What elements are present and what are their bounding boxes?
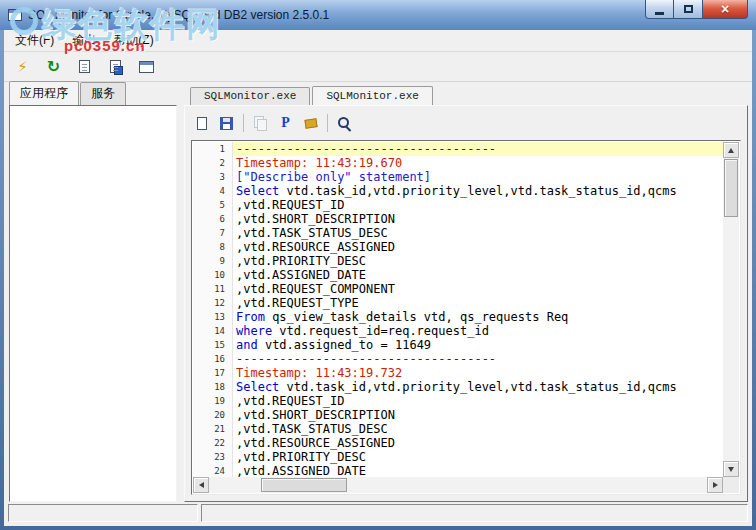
editor-line: 20,vtd.SHORT_DESCRIPTION: [193, 408, 723, 422]
editor-line: 18Select vtd.task_id,vtd.priority_level,…: [193, 380, 723, 394]
menubar: 文件(F)输出帮助(Z): [4, 30, 752, 52]
line-number: 5: [193, 198, 233, 212]
find-button[interactable]: [333, 113, 356, 134]
line-number: 12: [193, 296, 233, 310]
line-number: 15: [193, 338, 233, 352]
scroll-left-button[interactable]: [193, 477, 209, 493]
copy-button[interactable]: [249, 113, 272, 134]
refresh-icon: ↻: [47, 57, 60, 76]
start-monitor-button[interactable]: ⚡: [10, 56, 35, 78]
status-cell-right: [201, 504, 748, 522]
app-icon: [8, 9, 22, 21]
session-tab-0[interactable]: SQLMonitor.exe: [190, 87, 310, 105]
p-icon: P: [281, 115, 290, 131]
line-text: ,vtd.REQUEST_ID: [233, 394, 723, 408]
line-text: and vtd.assigned_to = 11649: [233, 338, 723, 352]
line-text: ,vtd.RESOURCE_ASSIGNED: [233, 240, 723, 254]
arrow-down-icon: [728, 467, 734, 472]
left-tab-0[interactable]: 应用程序: [9, 81, 79, 105]
titlebar[interactable]: SQL Monitor for Oracle, MySQL and DB2 ve…: [0, 0, 756, 30]
line-number: 6: [193, 212, 233, 226]
line-text: ------------------------------------: [233, 352, 723, 366]
close-button[interactable]: ×: [702, 0, 748, 19]
editor-line: 23,vtd.PRIORITY_DESC: [193, 450, 723, 464]
scroll-right-button[interactable]: [707, 477, 723, 493]
main-toolbar: ⚡↻: [4, 52, 752, 82]
editor-line: 1------------------------------------: [193, 142, 723, 156]
arrow-right-icon: [713, 482, 718, 488]
new-button[interactable]: [190, 113, 213, 134]
document-save-icon: [110, 60, 121, 73]
line-text: ,vtd.RESOURCE_ASSIGNED: [233, 436, 723, 450]
client-area: 文件(F)输出帮助(Z) ⚡↻ 应用程序服务 SQLMonitor.exeSQL…: [4, 30, 752, 526]
minimize-button[interactable]: [645, 0, 674, 19]
horizontal-scroll-thumb[interactable]: [261, 478, 347, 492]
export-log-button[interactable]: [103, 56, 128, 78]
open-log-button[interactable]: [72, 56, 97, 78]
left-tab-1[interactable]: 服务: [80, 82, 126, 105]
copy-icon: [254, 116, 267, 130]
editor-line: 4Select vtd.task_id,vtd.priority_level,v…: [193, 184, 723, 198]
line-text: ,vtd.PRIORITY_DESC: [233, 450, 723, 464]
editor-line: 15and vtd.assigned_to = 11649: [193, 338, 723, 352]
line-number: 4: [193, 184, 233, 198]
editor-line: 10,vtd.ASSIGNED_DATE: [193, 268, 723, 282]
session-tab-1[interactable]: SQLMonitor.exe: [312, 86, 432, 105]
line-text: Select vtd.task_id,vtd.priority_level,vt…: [233, 184, 723, 198]
line-text: ,vtd.REQUEST_TYPE: [233, 296, 723, 310]
session-page: P 1------------------------------------2…: [184, 105, 748, 502]
document-icon: [79, 60, 90, 73]
line-text: ------------------------------------: [233, 142, 723, 156]
window-title: SQL Monitor for Oracle, MySQL and DB2 ve…: [28, 8, 329, 22]
vertical-scrollbar[interactable]: [723, 142, 739, 477]
editor-line: 6,vtd.SHORT_DESCRIPTION: [193, 212, 723, 226]
maximize-button[interactable]: [674, 0, 702, 19]
horizontal-scrollbar[interactable]: [193, 477, 723, 493]
scroll-down-button[interactable]: [723, 461, 739, 477]
line-text: From qs_view_task_details vtd, qs_reques…: [233, 310, 723, 324]
refresh-button[interactable]: ↻: [41, 56, 66, 78]
save-button[interactable]: [215, 113, 238, 134]
arrow-left-icon: [199, 482, 204, 488]
status-cell-left: [8, 504, 198, 522]
window-icon: [139, 61, 154, 73]
line-number: 7: [193, 226, 233, 240]
editor-line: 9,vtd.PRIORITY_DESC: [193, 254, 723, 268]
application-list[interactable]: [9, 105, 177, 502]
pause-button[interactable]: P: [274, 113, 297, 134]
new-page-icon: [197, 117, 207, 130]
line-number: 1: [193, 142, 233, 156]
clear-icon: [304, 118, 317, 129]
menu-item-0[interactable]: 文件(F): [6, 29, 63, 52]
clear-button[interactable]: [299, 113, 322, 134]
line-text: ,vtd.ASSIGNED_DATE: [233, 464, 723, 477]
editor-line: 17Timestamp: 11:43:19.732: [193, 366, 723, 380]
line-text: ,vtd.TASK_STATUS_DESC: [233, 226, 723, 240]
session-tabs: SQLMonitor.exeSQLMonitor.exe: [190, 86, 435, 105]
line-text: ,vtd.REQUEST_ID: [233, 198, 723, 212]
app-window: SQL Monitor for Oracle, MySQL and DB2 ve…: [0, 0, 756, 530]
line-text: Select vtd.task_id,vtd.priority_level,vt…: [233, 380, 723, 394]
lightning-icon: ⚡: [17, 58, 28, 76]
toolbar-separator: [327, 114, 328, 132]
sql-output-editor[interactable]: 1------------------------------------2Ti…: [191, 140, 741, 495]
line-number: 11: [193, 282, 233, 296]
line-number: 22: [193, 436, 233, 450]
line-number: 13: [193, 310, 233, 324]
editor-line: 21,vtd.TASK_STATUS_DESC: [193, 422, 723, 436]
maximize-icon: [684, 5, 693, 13]
magnifier-icon: [337, 116, 352, 131]
line-text: Timestamp: 11:43:19.670: [233, 156, 723, 170]
editor-line: 11,vtd.REQUEST_COMPONENT: [193, 282, 723, 296]
scroll-up-button[interactable]: [723, 142, 739, 158]
scrollbar-corner: [723, 477, 739, 493]
menu-item-2[interactable]: 帮助(Z): [105, 29, 162, 52]
line-number: 8: [193, 240, 233, 254]
window-button[interactable]: [134, 56, 159, 78]
line-number: 19: [193, 394, 233, 408]
vertical-scroll-thumb[interactable]: [724, 159, 738, 217]
session-panel: SQLMonitor.exeSQLMonitor.exe P 1--------…: [184, 86, 748, 502]
menu-item-1[interactable]: 输出: [63, 29, 105, 52]
save-icon: [220, 117, 233, 130]
line-number: 9: [193, 254, 233, 268]
